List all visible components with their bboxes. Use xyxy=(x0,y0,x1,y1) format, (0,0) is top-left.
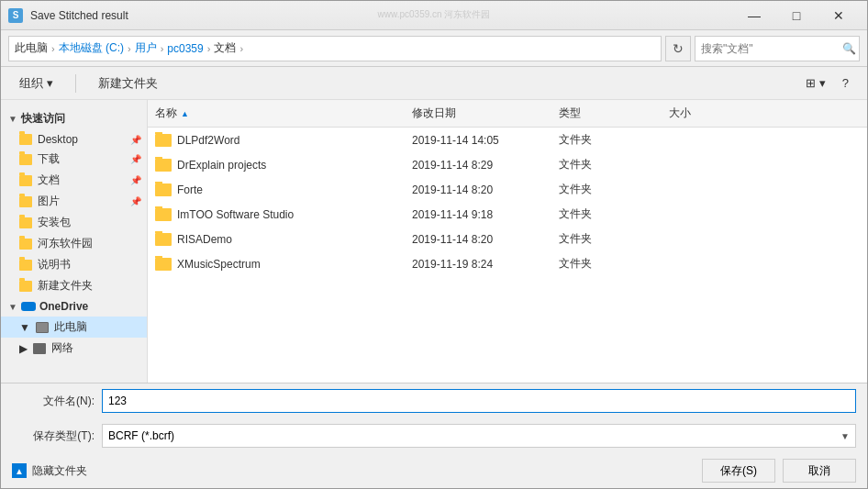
sidebar-item-label: 文档 xyxy=(38,172,60,188)
sidebar-item-readme[interactable]: 说明书 xyxy=(1,254,147,275)
cell-size xyxy=(662,163,753,167)
cell-name: DLPdf2Word xyxy=(148,132,405,149)
sidebar-section-quick-access[interactable]: ▼ 快速访问 xyxy=(1,107,147,130)
folder-icon xyxy=(19,260,32,271)
search-box[interactable]: 🔍 xyxy=(695,36,860,61)
cell-type: 文件夹 xyxy=(551,229,662,249)
sidebar-item-documents[interactable]: 文档 📌 xyxy=(1,170,147,191)
breadcrumb-docs: 文档 xyxy=(214,40,236,56)
sidebar-section-onedrive[interactable]: ▼ OneDrive xyxy=(1,296,147,317)
action-buttons: 保存(S) 取消 xyxy=(702,459,856,483)
refresh-button[interactable]: ↻ xyxy=(665,36,691,61)
folder-icon xyxy=(155,134,172,147)
cell-size xyxy=(662,262,753,266)
file-list-header: 名称 ▲ 修改日期 类型 大小 xyxy=(148,100,867,128)
cell-size xyxy=(662,238,753,241)
table-row[interactable]: DLPdf2Word 2019-11-14 14:05 文件夹 xyxy=(148,128,867,152)
cell-size xyxy=(662,139,753,142)
folder-icon xyxy=(19,281,32,292)
sidebar-network-label: 网络 xyxy=(51,340,73,356)
sidebar-item-pictures[interactable]: 图片 📌 xyxy=(1,191,147,212)
cell-date: 2019-11-14 8:29 xyxy=(405,157,551,173)
sidebar-item-label: Desktop xyxy=(38,133,78,146)
toolbar: 组织 ▾ 新建文件夹 ⊞ ▾ ? xyxy=(1,67,867,100)
hide-folder-chevron-icon[interactable]: ▲ xyxy=(12,463,27,478)
folder-icon xyxy=(19,134,32,145)
cell-type: 文件夹 xyxy=(551,254,662,273)
breadcrumb-disk[interactable]: 本地磁盘 (C:) xyxy=(59,40,124,56)
bottom-section: 文件名(N): 保存类型(T): BCRF (*.bcrf) ▼ ▲ 隐藏文件夹… xyxy=(1,383,867,488)
sidebar-item-label: 安装包 xyxy=(38,215,71,230)
cell-size xyxy=(662,213,753,217)
sidebar: ▼ 快速访问 Desktop 📌 下载 📌 文档 📌 图片 📌 xyxy=(1,100,148,383)
search-icon: 🔍 xyxy=(842,42,856,55)
col-header-type[interactable]: 类型 xyxy=(551,104,662,123)
table-row[interactable]: ImTOO Software Studio 2019-11-14 9:18 文件… xyxy=(148,202,867,227)
filename-input[interactable] xyxy=(102,389,856,413)
filename-row: 文件名(N): xyxy=(1,383,867,418)
folder-icon xyxy=(19,196,32,207)
col-header-date[interactable]: 修改日期 xyxy=(405,104,551,123)
close-button[interactable]: ✕ xyxy=(818,1,860,30)
cell-type: 文件夹 xyxy=(551,180,662,199)
sidebar-item-label: 下载 xyxy=(38,151,60,167)
save-button[interactable]: 保存(S) xyxy=(702,459,775,483)
onedrive-arrow: ▼ xyxy=(8,302,17,312)
sidebar-item-desktop[interactable]: Desktop 📌 xyxy=(1,130,147,149)
sidebar-item-label: 河东软件园 xyxy=(38,236,93,251)
cell-name: XMusicSpectrum xyxy=(148,256,405,272)
sidebar-item-install[interactable]: 安装包 xyxy=(1,212,147,233)
window-icon: S xyxy=(8,8,23,23)
pin-icon: 📌 xyxy=(130,154,141,164)
help-button[interactable]: ? xyxy=(835,72,856,94)
table-row[interactable]: Forte 2019-11-14 8:20 文件夹 xyxy=(148,177,867,202)
sidebar-item-downloads[interactable]: 下载 📌 xyxy=(1,149,147,170)
cell-name: DrExplain projects xyxy=(148,157,405,173)
search-input[interactable] xyxy=(701,42,839,55)
view-toggle-button[interactable]: ⊞ ▾ xyxy=(798,72,833,94)
filetype-label: 保存类型(T): xyxy=(12,428,95,444)
sidebar-item-hedong[interactable]: 河东软件园 xyxy=(1,233,147,254)
view-controls: ⊞ ▾ ? xyxy=(798,72,856,94)
cell-date: 2019-11-14 14:05 xyxy=(405,132,551,149)
breadcrumb[interactable]: 此电脑 › 本地磁盘 (C:) › 用户 › pc0359 › 文档 › xyxy=(8,36,662,61)
folder-icon xyxy=(155,183,172,196)
window-title: Save Stitched result xyxy=(30,9,726,22)
organize-button[interactable]: 组织 ▾ xyxy=(12,72,61,95)
table-row[interactable]: XMusicSpectrum 2019-11-19 8:24 文件夹 xyxy=(148,251,867,276)
save-dialog: S Save Stitched result www.pc0359.cn 河东软… xyxy=(0,0,868,489)
table-row[interactable]: DrExplain projects 2019-11-14 8:29 文件夹 xyxy=(148,152,867,177)
quick-access-arrow: ▼ xyxy=(8,114,17,124)
col-header-name[interactable]: 名称 ▲ xyxy=(148,104,405,123)
file-list: 名称 ▲ 修改日期 类型 大小 DLPdf2Word 2 xyxy=(148,100,867,383)
sidebar-item-network[interactable]: ▶ 网络 xyxy=(1,338,147,359)
sidebar-item-thispc[interactable]: ▼ 此电脑 xyxy=(1,317,147,338)
sidebar-item-new-folder[interactable]: 新建文件夹 xyxy=(1,275,147,296)
folder-icon xyxy=(155,208,172,221)
address-bar: 此电脑 › 本地磁盘 (C:) › 用户 › pc0359 › 文档 › ↻ 🔍 xyxy=(1,30,867,67)
action-row: ▲ 隐藏文件夹 保存(S) 取消 xyxy=(1,453,867,488)
minimize-button[interactable]: — xyxy=(733,1,775,30)
filename-label: 文件名(N): xyxy=(12,394,95,409)
table-row[interactable]: RISADemo 2019-11-14 8:20 文件夹 xyxy=(148,227,867,251)
sort-arrow: ▲ xyxy=(181,109,189,118)
filetype-select[interactable]: BCRF (*.bcrf) ▼ xyxy=(102,424,856,448)
main-content: ▼ 快速访问 Desktop 📌 下载 📌 文档 📌 图片 📌 xyxy=(1,100,867,383)
hide-folder-button[interactable]: 隐藏文件夹 xyxy=(32,463,87,479)
sidebar-item-label: 说明书 xyxy=(38,257,71,272)
new-folder-button[interactable]: 新建文件夹 xyxy=(91,72,165,95)
cancel-button[interactable]: 取消 xyxy=(783,459,856,483)
breadcrumb-users[interactable]: 用户 xyxy=(135,40,157,56)
sidebar-item-label: 图片 xyxy=(38,194,60,209)
maximize-button[interactable]: □ xyxy=(775,1,818,30)
folder-icon xyxy=(19,217,32,228)
cell-name: ImTOO Software Studio xyxy=(148,206,405,223)
toolbar-separator xyxy=(75,74,76,93)
title-bar-controls: — □ ✕ xyxy=(733,1,860,30)
sidebar-thispc-label: 此电脑 xyxy=(54,319,87,335)
folder-icon xyxy=(19,154,32,165)
thispc-arrow: ▼ xyxy=(19,321,30,334)
network-arrow: ▶ xyxy=(19,342,28,355)
col-header-size[interactable]: 大小 xyxy=(662,104,753,123)
breadcrumb-user[interactable]: pc0359 xyxy=(167,42,203,55)
